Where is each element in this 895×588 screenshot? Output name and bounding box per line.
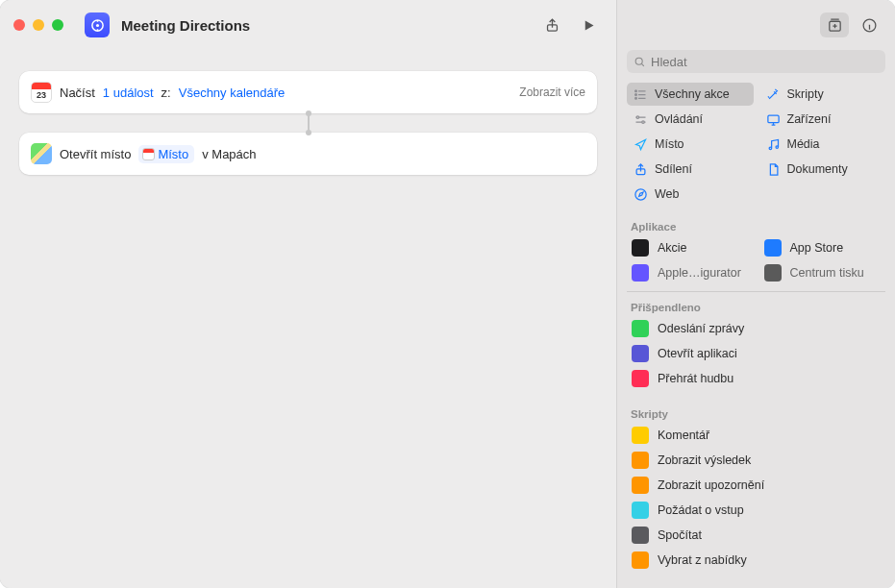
script-action[interactable]: Spočítat <box>627 523 885 548</box>
library-button[interactable] <box>820 12 849 37</box>
scripts-list: KomentářZobrazit výsledekZobrazit upozor… <box>617 423 895 573</box>
minimize-window-button[interactable] <box>33 19 44 31</box>
show-more-link[interactable]: Zobrazit více <box>519 86 585 99</box>
category-label: Skripty <box>787 87 824 101</box>
action-source-token[interactable]: Všechny kalendáře <box>179 86 286 100</box>
action-count-token[interactable]: 1 událost <box>103 86 154 100</box>
category-sdílení[interactable]: Sdílení <box>627 158 754 181</box>
category-všechny-akce[interactable]: Všechny akce <box>627 83 754 106</box>
app-item[interactable]: Centrum tisku <box>759 260 886 285</box>
library-toolbar <box>617 0 895 50</box>
music-icon <box>766 137 781 152</box>
category-zařízení[interactable]: Zařízení <box>759 108 886 131</box>
action-connector <box>308 113 310 133</box>
action-label: Odeslání zprávy <box>658 322 744 335</box>
maps-icon <box>31 143 52 164</box>
category-skripty[interactable]: Skripty <box>759 83 886 106</box>
fullscreen-window-button[interactable] <box>52 19 63 31</box>
action-chip-icon <box>632 551 649 569</box>
pinned-action[interactable]: Otevřít aplikaci <box>627 341 885 366</box>
window-title: Meeting Directions <box>121 17 250 34</box>
close-window-button[interactable] <box>13 19 25 31</box>
action-load-events[interactable]: Načíst 1 událost z: Všechny kalendáře Zo… <box>19 71 597 113</box>
app-icon <box>764 239 782 257</box>
action-label: Požádat o vstup <box>658 503 744 517</box>
sliders-icon <box>634 112 648 127</box>
action-chip-icon <box>632 527 649 544</box>
wand-icon <box>766 87 781 102</box>
action-label: Komentář <box>658 429 709 442</box>
search-input[interactable] <box>651 55 879 69</box>
place-variable-pill[interactable]: Místo <box>138 145 194 163</box>
app-item[interactable]: Apple…igurator <box>627 260 754 285</box>
svg-rect-11 <box>767 115 778 123</box>
doc-icon <box>766 162 781 177</box>
section-pinned-title: Přišpendleno <box>617 292 895 316</box>
app-icon <box>764 264 782 282</box>
pinned-list: Odeslání zprávyOtevřít aplikaciPřehrát h… <box>617 316 895 391</box>
info-button[interactable] <box>855 12 883 37</box>
section-scripts-title: Skripty <box>617 391 895 423</box>
run-button[interactable] <box>574 12 603 37</box>
action-suffix: v Mapách <box>202 147 256 161</box>
action-chip-icon <box>632 345 649 362</box>
share-button[interactable] <box>537 12 566 37</box>
category-label: Místo <box>655 137 684 151</box>
workflow-canvas[interactable]: Načíst 1 událost z: Všechny kalendáře Zo… <box>0 50 616 588</box>
pinned-action[interactable]: Přehrát hudbu <box>627 366 885 391</box>
svg-point-7 <box>635 93 637 95</box>
app-icon <box>632 239 649 257</box>
category-grid: Všechny akceSkriptyOvládáníZařízeníMísto… <box>617 81 895 211</box>
script-action[interactable]: Komentář <box>627 423 885 448</box>
script-action[interactable]: Zobrazit upozornění <box>627 473 885 498</box>
pinned-action[interactable]: Odeslání zprávy <box>627 316 885 341</box>
action-label: Přehrát hudbu <box>658 372 733 385</box>
app-label: App Store <box>790 241 844 255</box>
svg-point-9 <box>636 115 639 118</box>
action-chip-icon <box>632 370 649 387</box>
svg-point-12 <box>769 147 772 150</box>
action-label: Zobrazit výsledek <box>658 453 751 467</box>
category-label: Sdílení <box>655 162 692 176</box>
action-chip-icon <box>632 427 649 444</box>
search-field[interactable] <box>627 50 885 73</box>
search-icon <box>634 56 646 68</box>
svg-point-15 <box>635 188 646 199</box>
app-label: Akcie <box>658 241 687 255</box>
editor-pane: Meeting Directions Načíst 1 událost z: V… <box>0 0 616 588</box>
svg-point-13 <box>776 145 779 148</box>
action-label: Vybrat z nabídky <box>658 553 747 567</box>
svg-point-5 <box>635 58 642 64</box>
apps-list: AkcieApp StoreApple…iguratorCentrum tisk… <box>617 235 895 285</box>
app-item[interactable]: Akcie <box>627 235 754 260</box>
app-item[interactable]: App Store <box>759 235 886 260</box>
window-controls <box>13 19 63 31</box>
svg-point-10 <box>642 120 645 123</box>
titlebar: Meeting Directions <box>0 0 616 50</box>
action-open-place[interactable]: Otevřít místo Místo v Mapách <box>19 133 597 175</box>
category-label: Všechny akce <box>655 87 730 101</box>
action-verb: Načíst <box>60 86 95 100</box>
script-action[interactable]: Zobrazit výsledek <box>627 448 885 473</box>
svg-point-8 <box>635 97 637 99</box>
calendar-mini-icon <box>142 148 155 160</box>
location-icon <box>634 137 648 152</box>
category-label: Zařízení <box>787 112 832 126</box>
script-action[interactable]: Požádat o vstup <box>627 498 885 523</box>
category-místo[interactable]: Místo <box>627 133 754 156</box>
action-label: Zobrazit upozornění <box>658 478 764 492</box>
category-label: Dokumenty <box>787 162 848 176</box>
app-label: Apple…igurator <box>658 266 741 280</box>
category-web[interactable]: Web <box>627 183 754 206</box>
action-label: Spočítat <box>658 528 702 542</box>
category-ovládání[interactable]: Ovládání <box>627 108 754 131</box>
category-label: Ovládání <box>655 112 703 126</box>
category-label: Média <box>787 137 820 151</box>
action-from-label: z: <box>162 86 171 100</box>
category-média[interactable]: Média <box>759 133 886 156</box>
category-dokumenty[interactable]: Dokumenty <box>759 158 886 181</box>
action-chip-icon <box>632 502 649 519</box>
action-chip-icon <box>632 320 649 337</box>
script-action[interactable]: Vybrat z nabídky <box>627 548 885 573</box>
share-icon <box>634 162 648 177</box>
